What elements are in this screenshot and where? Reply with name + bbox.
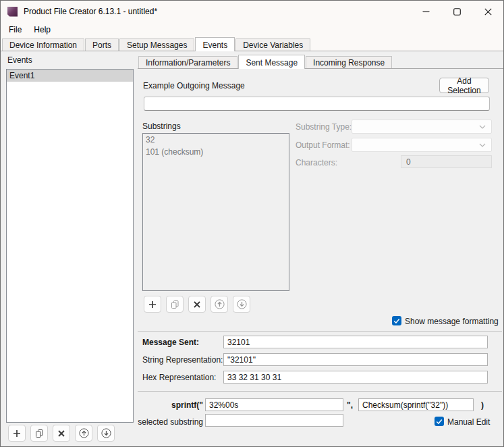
list-item-event[interactable]: Event1: [7, 70, 133, 82]
string-representation-input[interactable]: [223, 353, 488, 366]
close-button[interactable]: [472, 1, 503, 22]
close-icon: [484, 8, 492, 16]
output-format-select: [352, 138, 492, 152]
duplicate-event-button[interactable]: [30, 425, 48, 442]
checkmark-icon: [436, 419, 443, 425]
example-outgoing-message-input[interactable]: [144, 97, 490, 111]
message-sent-label: Message Sent:: [142, 338, 199, 347]
add-substring-button[interactable]: [144, 296, 161, 313]
events-listbox: Event1: [6, 69, 134, 423]
move-substring-down-button: [233, 296, 250, 313]
chevron-down-icon: [479, 143, 486, 147]
arrow-up-circle-icon: [214, 298, 225, 310]
delete-event-button[interactable]: [53, 425, 70, 442]
tab-ports[interactable]: Ports: [85, 38, 119, 51]
tab-sent-message[interactable]: Sent Message: [238, 55, 305, 69]
substrings-toolbar: [144, 296, 250, 313]
main-tab-strip: Device Information Ports Setup Messages …: [1, 37, 503, 51]
manual-edit-label: Manual Edit: [447, 417, 490, 427]
message-sent-input[interactable]: [223, 336, 488, 348]
minimize-icon: [422, 8, 430, 16]
tab-device-variables[interactable]: Device Variables: [235, 38, 310, 51]
sprintf-prefix-label: sprintf(": [138, 400, 203, 410]
menu-item-file[interactable]: File: [3, 23, 28, 36]
duplicate-icon: [34, 428, 45, 439]
selected-substring-input[interactable]: [205, 414, 343, 427]
maximize-button[interactable]: [441, 1, 472, 22]
show-message-formatting-checkbox[interactable]: [392, 316, 401, 325]
move-substring-up-button: [211, 296, 228, 313]
selected-substring-label: selected substring: [138, 417, 203, 427]
menu-item-help[interactable]: Help: [28, 23, 57, 36]
characters-label: Characters:: [296, 158, 337, 167]
tab-information-parameters[interactable]: Information/Parameters: [138, 56, 237, 68]
example-outgoing-message-label: Example Outgoing Message: [143, 81, 245, 90]
title-bar: Product File Creator 6.13.1 - untitled*: [1, 1, 503, 22]
delete-x-icon: [56, 428, 67, 439]
arrow-down-circle-icon: [101, 427, 112, 439]
hex-representation-input[interactable]: [223, 371, 488, 384]
move-event-down-button[interactable]: [97, 425, 115, 442]
divider: [138, 391, 502, 392]
sprintf-format-input[interactable]: [205, 398, 343, 411]
plus-icon: [147, 299, 158, 310]
substrings-listbox: 32 101 (checksum): [142, 133, 289, 291]
move-event-up-button[interactable]: [75, 425, 92, 442]
delete-substring-button[interactable]: [188, 296, 206, 313]
output-format-label: Output Format:: [296, 140, 350, 150]
sprintf-close-label: ): [481, 400, 484, 410]
tab-setup-messages[interactable]: Setup Messages: [119, 38, 194, 51]
delete-x-icon: [192, 299, 202, 310]
divider: [138, 331, 502, 332]
sprintf-separator-label: ",: [347, 400, 353, 410]
arrow-up-circle-icon: [78, 427, 90, 439]
window-controls: [410, 1, 503, 22]
tab-incoming-response[interactable]: Incoming Response: [306, 56, 392, 68]
duplicate-icon: [169, 299, 180, 310]
string-representation-label: String Representation:: [142, 355, 223, 365]
events-toolbar: [8, 425, 115, 442]
sprintf-args-input[interactable]: [358, 398, 474, 411]
app-window: { "window": { "title": "Product File Cre…: [0, 0, 504, 447]
substring-item: 101 (checksum): [143, 146, 289, 158]
duplicate-substring-button: [166, 296, 184, 313]
arrow-down-circle-icon: [236, 298, 248, 310]
hex-representation-label: Hex Representation:: [142, 373, 216, 382]
minimize-button[interactable]: [410, 1, 441, 22]
checkmark-icon: [393, 318, 400, 324]
plus-icon: [11, 428, 22, 439]
menu-bar: File Help: [1, 22, 503, 37]
substring-type-select: [352, 120, 492, 134]
add-selection-button[interactable]: Add Selection: [439, 78, 489, 93]
tab-events[interactable]: Events: [195, 37, 235, 51]
substring-type-label: Substring Type:: [296, 122, 352, 132]
characters-input: 0: [401, 155, 492, 168]
tab-device-information[interactable]: Device Information: [2, 38, 84, 51]
events-page: Events Event1 Information/Parameters Sen…: [1, 51, 503, 446]
event-tab-strip: Information/Parameters Sent Message Inco…: [138, 55, 503, 69]
substrings-label: Substrings: [142, 122, 181, 131]
app-icon: [7, 7, 18, 17]
manual-edit-checkbox[interactable]: [435, 417, 444, 426]
events-panel-label: Events: [7, 55, 32, 65]
add-event-button[interactable]: [8, 425, 26, 442]
show-message-formatting-label: Show message formatting: [405, 317, 499, 326]
window-title: Product File Creator 6.13.1 - untitled*: [24, 7, 157, 16]
substring-item: 32: [143, 134, 289, 146]
chevron-down-icon: [479, 125, 486, 129]
maximize-icon: [453, 8, 461, 16]
